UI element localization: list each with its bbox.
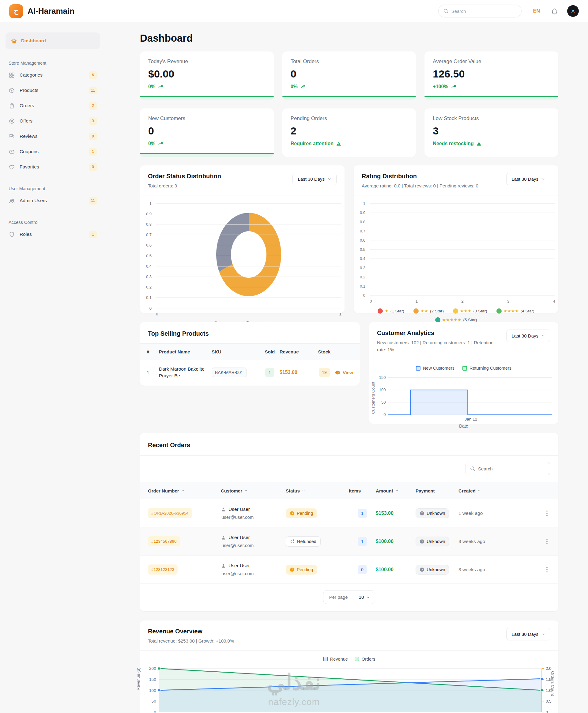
count-badge: 3 — [89, 117, 97, 125]
legend-label: (3 Star) — [474, 309, 487, 313]
svg-text:0.5: 0.5 — [546, 699, 551, 704]
stat-change-text: Needs restocking — [433, 141, 474, 146]
star-icons: ★★ — [420, 309, 428, 313]
legend-swatch — [416, 366, 420, 371]
gridline: 0 — [370, 295, 555, 296]
date-range-dropdown[interactable]: Last 30 Days — [506, 628, 550, 641]
sidebar-item-offers[interactable]: Offers3 — [5, 113, 100, 129]
x-axis-tick: 0 — [370, 299, 372, 303]
column-header-amount[interactable]: Amount — [376, 488, 416, 494]
chart-legend: New CustomersReturning Customers — [369, 366, 558, 371]
notifications-bell-icon[interactable] — [551, 8, 558, 15]
kebab-menu-icon — [546, 510, 548, 517]
column-header-order-number[interactable]: Order Number — [148, 488, 221, 494]
customer-email: user@user.com — [222, 571, 286, 576]
legend-dot — [414, 309, 419, 314]
sidebar-item-categories[interactable]: Categories6 — [5, 67, 100, 83]
kebab-menu-icon — [546, 566, 548, 573]
stat-cards: Today's Revenue$0.000%Total Orders00%Ave… — [140, 51, 558, 157]
rank-cell: 1 — [147, 370, 159, 375]
legend-label: (4 Star) — [521, 309, 534, 313]
customer-analytics-panel: Customer Analytics New customers: 102 | … — [369, 322, 558, 424]
grid-icon — [8, 72, 15, 78]
status-badge: Refunded — [286, 536, 321, 547]
sidebar-item-products[interactable]: Products11 — [5, 83, 100, 98]
donut-chart — [216, 213, 281, 296]
x-axis-ticks: 01 — [156, 312, 341, 316]
gridline: 0.4 — [156, 266, 341, 267]
sort-chevron-icon — [244, 489, 248, 492]
row-menu-button[interactable] — [544, 565, 550, 574]
sidebar-item-coupons[interactable]: Coupons1 — [5, 144, 100, 159]
per-page-control[interactable]: Per page 10 — [323, 590, 376, 604]
date-range-dropdown[interactable]: Last 30 Days — [292, 173, 337, 185]
stat-change-text: 0% — [291, 84, 298, 89]
panel-title: Recent Orders — [140, 433, 558, 456]
trend-up-icon — [451, 84, 457, 89]
language-switcher[interactable]: EN — [533, 8, 540, 14]
product-name: Dark Maroon Bakelite Prayer Be... — [159, 366, 212, 379]
gridline: 0 — [156, 308, 341, 309]
column-header: Revenue — [280, 349, 314, 354]
per-page-select[interactable]: 10 — [354, 590, 375, 604]
y-axis-tick: 0.2 — [360, 274, 365, 279]
svg-text:100: 100 — [379, 387, 386, 392]
sidebar-item-label: Coupons — [20, 149, 39, 154]
percent-badge-icon — [8, 118, 15, 124]
order-number-badge[interactable]: #ORD-2026-636954 — [148, 508, 192, 518]
legend-swatch — [462, 366, 467, 371]
column-header-label: Payment — [416, 488, 435, 494]
recent-orders-panel: Recent Orders Order NumberCustomerStatus… — [140, 433, 558, 611]
order-number-badge[interactable]: #123123123 — [148, 564, 177, 574]
x-axis-tick: 0 — [156, 312, 158, 316]
column-header-customer[interactable]: Customer — [221, 488, 286, 494]
row-menu-button[interactable] — [544, 537, 550, 546]
created-time: 1 week ago — [459, 510, 529, 516]
y-axis-tick: 0.3 — [146, 274, 152, 279]
view-product-button[interactable]: View — [335, 370, 353, 375]
row-menu-button[interactable] — [544, 509, 550, 518]
table-header: Order NumberCustomerStatusItemsAmountPay… — [140, 482, 558, 499]
sidebar-item-favorites[interactable]: Favorites0 — [5, 159, 100, 174]
y-axis-tick: 0.4 — [360, 256, 365, 260]
orders-search[interactable] — [465, 462, 550, 475]
stat-value: 2 — [291, 125, 408, 137]
sidebar-section-label: Store Management — [8, 61, 100, 66]
sidebar-item-admin-users[interactable]: Admin Users11 — [5, 193, 100, 208]
user-avatar[interactable]: A — [567, 5, 579, 17]
gridline: 0.2 — [156, 287, 341, 287]
search-input[interactable] — [451, 8, 517, 14]
svg-text:0: 0 — [154, 710, 156, 713]
customer-cell: User Useruser@user.com — [221, 535, 286, 548]
y-axis-tick: 0.6 — [146, 243, 152, 248]
legend-label: (1 Star) — [391, 309, 404, 313]
global-search[interactable] — [438, 5, 522, 18]
column-header-label: Amount — [376, 488, 393, 494]
count-badge: 11 — [89, 87, 97, 94]
column-header-created[interactable]: Created — [459, 488, 529, 494]
stat-change: 0% — [148, 84, 266, 89]
created-time: 3 weeks ago — [459, 539, 529, 544]
sidebar-item-orders[interactable]: Orders2 — [5, 98, 100, 113]
warning-icon — [336, 141, 341, 146]
bag-icon — [8, 103, 15, 109]
legend-dot — [378, 309, 383, 314]
sidebar-item-roles[interactable]: Roles1 — [5, 227, 100, 242]
status-badge: Pending — [286, 508, 317, 518]
question-icon: ? — [420, 567, 424, 572]
date-range-dropdown[interactable]: Last 30 Days — [506, 173, 550, 185]
sidebar-item-reviews[interactable]: Reviews0 — [5, 129, 100, 144]
date-range-dropdown[interactable]: Last 30 Days — [506, 330, 550, 342]
chevron-down-icon — [541, 334, 545, 338]
column-header-status[interactable]: Status — [286, 488, 349, 494]
legend-label: (5 Star) — [463, 318, 477, 322]
trend-up-icon — [158, 84, 164, 89]
gridline: 0.9 — [156, 214, 341, 214]
stat-label: Average Order Value — [433, 59, 550, 65]
items-badge: 1 — [358, 537, 367, 546]
refresh-icon — [290, 539, 295, 544]
order-number-badge[interactable]: #1234567890 — [148, 536, 180, 546]
sidebar-item-dashboard[interactable]: Dashboard — [5, 33, 100, 49]
clock-icon — [290, 567, 295, 572]
orders-search-input[interactable] — [478, 466, 546, 471]
